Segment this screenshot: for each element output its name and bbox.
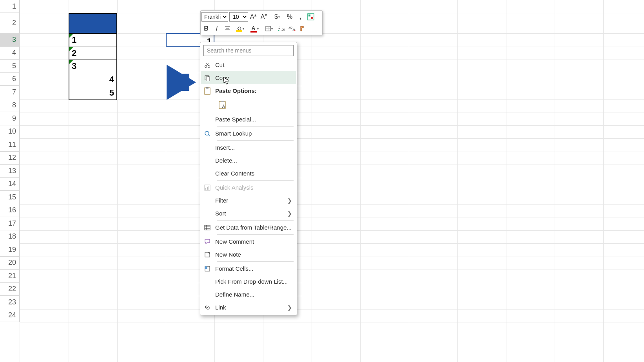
borders-button[interactable]: ▾: [262, 24, 276, 33]
gridline: [20, 191, 644, 191]
gridline: [312, 0, 312, 362]
row-header[interactable]: 17: [0, 217, 20, 230]
menu-delete[interactable]: Delete...: [201, 154, 296, 167]
menu-pick-from-list[interactable]: Pick From Drop-down List...: [201, 275, 296, 288]
svg-text:A: A: [222, 104, 225, 109]
cell-value: 4: [109, 74, 114, 85]
row-header[interactable]: 20: [0, 257, 20, 270]
fill-color-button[interactable]: ▾: [233, 24, 247, 33]
menu-format-cells[interactable]: Format Cells...: [201, 262, 296, 275]
menu-label: Insert...: [215, 144, 292, 151]
accounting-format-button[interactable]: $▾: [270, 12, 284, 22]
menu-sort[interactable]: Sort ❯: [201, 207, 296, 220]
spreadsheet-grid[interactable]: 1 2 3 4 5 6 7 8 9 10 11 12 13 14 15 16 1…: [0, 0, 644, 362]
menu-label: Copy: [215, 74, 292, 81]
row-header[interactable]: 14: [0, 178, 20, 191]
svg-rect-28: [205, 188, 206, 190]
gridline: [20, 138, 644, 139]
svg-text:.00: .00: [281, 28, 285, 31]
row-header[interactable]: 2: [0, 13, 20, 33]
row-header[interactable]: 13: [0, 165, 20, 178]
copy-icon: [203, 74, 211, 82]
decrease-font-icon[interactable]: A▼: [260, 12, 269, 22]
row-headers: 1 2 3 4 5 6 7 8 9 10 11 12 13 14 15 16 1…: [0, 0, 20, 322]
font-color-button[interactable]: A ▾: [248, 24, 261, 33]
gridline: [20, 309, 644, 310]
menu-cut[interactable]: Cut: [201, 58, 296, 71]
row-header[interactable]: 7: [0, 86, 20, 99]
cut-icon: [203, 61, 211, 69]
menu-label: Paste Options:: [215, 87, 292, 94]
conditional-format-icon[interactable]: [306, 12, 316, 22]
italic-button[interactable]: I: [212, 24, 221, 33]
table-cell[interactable]: 2: [69, 47, 116, 60]
percent-format-button[interactable]: %: [285, 12, 294, 22]
row-header[interactable]: 24: [0, 309, 20, 322]
font-name-select[interactable]: Franklin: [201, 12, 228, 22]
row-header[interactable]: 21: [0, 270, 20, 283]
row-header[interactable]: 1: [0, 0, 20, 13]
align-center-icon[interactable]: [223, 24, 232, 33]
menu-new-note[interactable]: New Note: [201, 248, 296, 261]
menu-label: New Comment: [215, 238, 292, 245]
menu-get-data[interactable]: Get Data from Table/Range...: [201, 221, 296, 234]
svg-point-6: [240, 29, 241, 30]
svg-rect-37: [205, 266, 207, 269]
decrease-decimal-icon[interactable]: .00.0: [287, 24, 297, 33]
row-header[interactable]: 11: [0, 138, 20, 152]
gridline: [457, 0, 458, 362]
comma-format-button[interactable]: ,: [296, 12, 305, 22]
gridline: [603, 0, 604, 362]
gridline: [20, 230, 644, 231]
row-header[interactable]: 23: [0, 296, 20, 309]
menu-label: Link: [215, 304, 283, 311]
menu-separator: [217, 126, 294, 127]
row-header[interactable]: 8: [0, 99, 20, 112]
increase-decimal-icon[interactable]: .0.00: [277, 24, 286, 33]
menu-clear-contents[interactable]: Clear Contents: [201, 167, 296, 180]
table-cell[interactable]: 4: [69, 73, 116, 87]
row-header[interactable]: 5: [0, 60, 20, 73]
row-header[interactable]: 22: [0, 283, 20, 296]
row-header[interactable]: 18: [0, 230, 20, 244]
menu-paste-special[interactable]: Paste Special...: [201, 113, 296, 126]
error-indicator-icon: [69, 47, 73, 51]
table-cell[interactable]: 5: [69, 86, 116, 100]
menu-search-input[interactable]: [203, 45, 294, 56]
row-header[interactable]: 4: [0, 47, 20, 60]
svg-rect-31: [205, 225, 210, 230]
note-icon: [203, 251, 211, 259]
row-header[interactable]: 15: [0, 191, 20, 204]
row-header[interactable]: 19: [0, 243, 20, 257]
gridline: [20, 296, 644, 296]
menu-filter[interactable]: Filter ❯: [201, 194, 296, 207]
svg-rect-30: [209, 186, 209, 190]
row-header[interactable]: 6: [0, 73, 20, 86]
row-header[interactable]: 16: [0, 204, 20, 217]
menu-define-name[interactable]: Define Name...: [201, 288, 296, 301]
menu-label: Delete...: [215, 157, 292, 164]
row-header[interactable]: 9: [0, 112, 20, 125]
format-painter-icon[interactable]: [298, 24, 307, 33]
menu-separator: [217, 180, 294, 181]
menu-copy[interactable]: Copy: [201, 71, 296, 84]
menu-new-comment[interactable]: New Comment: [201, 235, 296, 248]
search-icon: [203, 130, 211, 138]
font-size-select[interactable]: 10: [229, 12, 248, 22]
table-cell[interactable]: 3: [69, 60, 116, 73]
increase-font-icon[interactable]: A▲: [249, 12, 259, 22]
row-header[interactable]: 3: [0, 33, 20, 47]
menu-link[interactable]: Link ❯: [201, 301, 296, 314]
row-header[interactable]: 10: [0, 125, 20, 139]
menu-separator: [217, 234, 294, 235]
paste-keep-source-icon[interactable]: A: [217, 99, 229, 111]
bold-button[interactable]: B: [201, 24, 211, 33]
row-header[interactable]: 12: [0, 152, 20, 165]
menu-insert[interactable]: Insert...: [201, 141, 296, 154]
table-header-cell[interactable]: [69, 14, 116, 34]
menu-label: Clear Contents: [215, 170, 292, 177]
svg-line-17: [206, 63, 209, 66]
menu-smart-lookup[interactable]: Smart Lookup: [201, 127, 296, 140]
menu-label: Get Data from Table/Range...: [215, 224, 292, 231]
table-cell[interactable]: 1: [69, 34, 116, 47]
